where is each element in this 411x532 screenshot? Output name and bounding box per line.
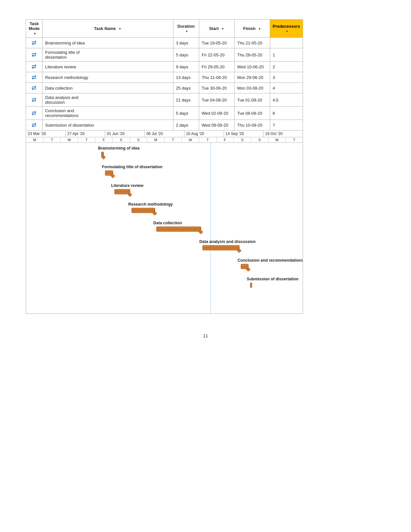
gantt-month-label: 23 Mar '20 — [26, 131, 66, 137]
gantt-day-label: S — [130, 137, 147, 142]
task-start: Fri 29-05-20 — [199, 62, 234, 72]
task-start: Wed 02-09-20 — [199, 107, 234, 120]
gantt-dashed-line — [210, 143, 211, 314]
task-name: Submission of dissertation — [42, 120, 173, 131]
table-row: ⇄ Data collection 25 days Tue 30-06-20 M… — [26, 83, 303, 93]
page-number: 11 — [26, 333, 385, 338]
gantt-day-label: T — [165, 137, 182, 142]
gantt-month-label: 01 Jun '20 — [105, 131, 145, 137]
gantt-day-label: T — [78, 137, 95, 142]
gantt-task-label: Literature review — [111, 183, 143, 188]
gantt-day-label: M — [26, 137, 44, 142]
col-header-duration[interactable]: Duration ▼ — [173, 20, 199, 38]
task-icon: ⇄ — [26, 62, 43, 72]
gantt-bar — [114, 189, 130, 194]
task-name: Brainstorming of idea — [42, 38, 173, 48]
gantt-day-label: T — [44, 137, 61, 142]
task-predecessors: 6 — [270, 107, 303, 120]
task-start: Fri 22-05-20 — [199, 48, 234, 62]
task-duration: 2 days — [173, 120, 199, 131]
gantt-task-label: Formulating title of dissertation — [102, 165, 162, 169]
gantt-bar — [202, 245, 239, 250]
task-finish: Wed 10-06-20 — [234, 62, 270, 72]
task-name: Research methodology — [42, 72, 173, 83]
gantt-task-label: Conclusion and recommendations — [238, 258, 303, 263]
task-name: Conclusion andrecommendations — [42, 107, 173, 120]
gantt-months: 23 Mar '2027 Apr '2001 Jun '2006 Jul '20… — [26, 131, 303, 137]
gantt-month-label: 06 Jul '20 — [145, 131, 184, 137]
gantt-days: MTWTFSSMTWTFSSMT — [26, 137, 303, 143]
gantt-day-label: S — [113, 137, 130, 142]
table-row: ⇄ Data analysis anddiscussion 21 days Tu… — [26, 93, 303, 107]
task-start: Tue 19-05-20 — [199, 38, 234, 48]
gantt-chart: 23 Mar '2027 Apr '2001 Jun '2006 Jul '20… — [26, 131, 303, 314]
gantt-month-label: 19 Oct '20 — [263, 131, 303, 137]
task-table: TaskMode ▼ Task Name ▼ Duration ▼ Start … — [26, 19, 303, 131]
task-icon: ⇄ — [26, 120, 43, 131]
col-header-finish[interactable]: Finish ▼ — [234, 20, 270, 38]
table-row: ⇄ Conclusion andrecommendations 5 days W… — [26, 107, 303, 120]
gantt-day-label: F — [217, 137, 234, 142]
task-name: Data collection — [42, 83, 173, 93]
task-start: Wed 09-09-20 — [199, 120, 234, 131]
gantt-task-label: Submission of dissertation — [247, 277, 298, 281]
gantt-day-label: T — [199, 137, 217, 142]
task-duration: 13 days — [173, 72, 199, 83]
task-predecessors: 4 — [270, 83, 303, 93]
col-header-start[interactable]: Start ▼ — [199, 20, 234, 38]
task-finish: Mon 29-06-20 — [234, 72, 270, 83]
col-header-predecessors[interactable]: Predecessors ▼ — [270, 20, 303, 38]
task-predecessors: 3 — [270, 72, 303, 83]
gantt-task-label: Data collection — [153, 221, 182, 225]
gantt-day-label: T — [286, 137, 303, 142]
task-duration: 21 days — [173, 93, 199, 107]
gantt-bar — [132, 208, 155, 213]
gantt-task-label: Data analysis and discussion — [199, 239, 255, 244]
table-row: ⇄ Research methodology 13 days Thu 11-06… — [26, 72, 303, 83]
gantt-bar — [156, 227, 201, 232]
task-start: Tue 30-06-20 — [199, 83, 234, 93]
gantt-task-label: Brainstorming of idea — [98, 146, 140, 150]
col-header-mode[interactable]: TaskMode ▼ — [26, 20, 43, 38]
gantt-bar — [250, 283, 252, 288]
task-name: Formulating title ofdissertation — [42, 48, 173, 62]
task-finish: Mon 03-08-20 — [234, 83, 270, 93]
task-finish: Thu 21-05-20 — [234, 38, 270, 48]
task-icon: ⇄ — [26, 72, 43, 83]
table-row: ⇄ Literature review 9 days Fri 29-05-20 … — [26, 62, 303, 72]
task-finish: Tue 08-09-20 — [234, 107, 270, 120]
task-icon: ⇄ — [26, 93, 43, 107]
task-icon: ⇄ — [26, 107, 43, 120]
task-predecessors — [270, 38, 303, 48]
gantt-day-label: S — [251, 137, 269, 142]
task-icon: ⇄ — [26, 48, 43, 62]
task-predecessors: 2 — [270, 62, 303, 72]
task-duration: 3 days — [173, 38, 199, 48]
table-row: ⇄ Submission of dissertation 2 days Wed … — [26, 120, 303, 131]
gantt-month-label: 10 Aug '20 — [184, 131, 224, 137]
task-duration: 5 days — [173, 107, 199, 120]
task-finish: Thu 10-09-20 — [234, 120, 270, 131]
gantt-month-label: 27 Apr '20 — [66, 131, 105, 137]
gantt-task-label: Research methodology — [128, 202, 173, 207]
table-row: ⇄ Formulating title ofdissertation 5 day… — [26, 48, 303, 62]
task-predecessors: 4,5 — [270, 93, 303, 107]
task-duration: 5 days — [173, 48, 199, 62]
gantt-month-label: 14 Sep '20 — [224, 131, 264, 137]
task-name: Data analysis anddiscussion — [42, 93, 173, 107]
col-header-name[interactable]: Task Name ▼ — [42, 20, 173, 38]
task-name: Literature review — [42, 62, 173, 72]
gantt-day-label: M — [147, 137, 165, 142]
gantt-day-label: M — [269, 137, 286, 142]
table-row: ⇄ Brainstorming of idea 3 days Tue 19-05… — [26, 38, 303, 48]
task-start: Thu 11-06-20 — [199, 72, 234, 83]
task-icon: ⇄ — [26, 38, 43, 48]
gantt-day-label: S — [234, 137, 251, 142]
task-predecessors: 7 — [270, 120, 303, 131]
task-finish: Thu 28-05-20 — [234, 48, 270, 62]
task-start: Tue 04-08-20 — [199, 93, 234, 107]
task-finish: Tue 01-09-20 — [234, 93, 270, 107]
task-icon: ⇄ — [26, 83, 43, 93]
task-duration: 25 days — [173, 83, 199, 93]
task-predecessors: 1 — [270, 48, 303, 62]
